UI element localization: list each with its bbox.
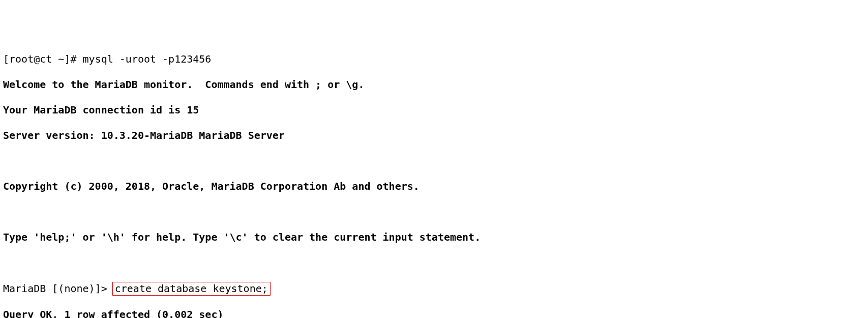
copyright-line: Copyright (c) 2000, 2018, Oracle, MariaD… — [3, 180, 865, 193]
blank-line — [3, 256, 865, 269]
shell-prompt: [root@ct ~]# — [3, 53, 83, 65]
sql-line-1: MariaDB [(none)]> create database keysto… — [3, 282, 865, 296]
shell-prompt-line: [root@ct ~]# mysql -uroot -p123456 — [3, 53, 865, 66]
connection-id-line: Your MariaDB connection id is 15 — [3, 104, 865, 117]
server-version-line: Server version: 10.3.20-MariaDB MariaDB … — [3, 129, 865, 142]
welcome-line: Welcome to the MariaDB monitor. Commands… — [3, 78, 865, 91]
blank-line — [3, 206, 865, 218]
blank-line — [3, 155, 865, 167]
mysql-login-command: mysql -uroot -p123456 — [83, 53, 212, 65]
sql-create-database: create database keystone; — [112, 282, 271, 296]
help-line: Type 'help;' or '\h' for help. Type '\c'… — [3, 231, 865, 244]
mariadb-prompt: MariaDB [(none)]> — [3, 282, 113, 295]
response-1: Query OK, 1 row affected (0.002 sec) — [3, 308, 865, 318]
